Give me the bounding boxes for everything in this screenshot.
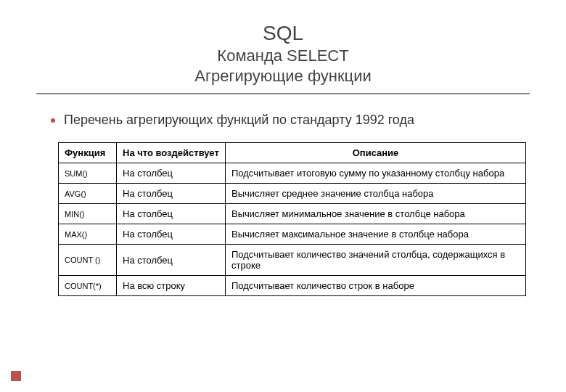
cell-desc: Подсчитывает количество значений столбца… bbox=[226, 245, 526, 276]
cell-func: SUM() bbox=[59, 163, 117, 184]
header-target: На что воздействует bbox=[117, 143, 226, 163]
cell-desc: Вычисляет минимальное значение в столбце… bbox=[226, 204, 526, 224]
cell-func: AVG() bbox=[59, 184, 117, 204]
table-row: AVG() На столбец Вычисляет среднее значе… bbox=[59, 184, 526, 204]
table-row: COUNT () На столбец Подсчитывает количес… bbox=[59, 245, 526, 276]
title-divider bbox=[36, 93, 530, 94]
corner-accent-icon bbox=[11, 371, 21, 381]
cell-desc: Вычисляет максимальное значение в столбц… bbox=[226, 224, 526, 245]
bullet-text: Перечень агрегирующих функций по стандар… bbox=[64, 113, 414, 128]
cell-desc: Подсчитывает количество строк в наборе bbox=[226, 276, 526, 296]
cell-func: MIN() bbox=[59, 204, 117, 224]
table-row: COUNT(*) На всю строку Подсчитывает коли… bbox=[59, 276, 526, 296]
cell-desc: Вычисляет среднее значение столбца набор… bbox=[226, 184, 526, 204]
cell-target: На столбец bbox=[117, 245, 226, 276]
cell-func: COUNT(*) bbox=[59, 276, 117, 296]
cell-func: COUNT () bbox=[59, 245, 117, 276]
cell-target: На всю строку bbox=[117, 276, 226, 296]
title-subtitle-2: Агрегирующие функции bbox=[36, 67, 530, 86]
cell-func: MAX() bbox=[59, 224, 117, 245]
header-desc: Описание bbox=[226, 143, 526, 163]
table-row: SUM() На столбец Подсчитывает итоговую с… bbox=[59, 163, 526, 184]
functions-table: Функция На что воздействует Описание SUM… bbox=[58, 142, 526, 296]
table-row: MIN() На столбец Вычисляет минимальное з… bbox=[59, 204, 526, 224]
table-header-row: Функция На что воздействует Описание bbox=[59, 143, 526, 163]
cell-desc: Подсчитывает итоговую сумму по указанном… bbox=[226, 163, 526, 184]
cell-target: На столбец bbox=[117, 204, 226, 224]
header-func: Функция bbox=[59, 143, 117, 163]
table-row: MAX() На столбец Вычисляет максимальное … bbox=[59, 224, 526, 245]
cell-target: На столбец bbox=[117, 224, 226, 245]
bullet-line: Перечень агрегирующих функций по стандар… bbox=[51, 113, 530, 128]
cell-target: На столбец bbox=[117, 184, 226, 204]
cell-target: На столбец bbox=[117, 163, 226, 184]
bullet-icon bbox=[51, 118, 55, 123]
title-main: SQL bbox=[36, 22, 530, 45]
slide-title-block: SQL Команда SELECT Агрегирующие функции bbox=[36, 22, 530, 86]
title-subtitle-1: Команда SELECT bbox=[36, 46, 530, 65]
